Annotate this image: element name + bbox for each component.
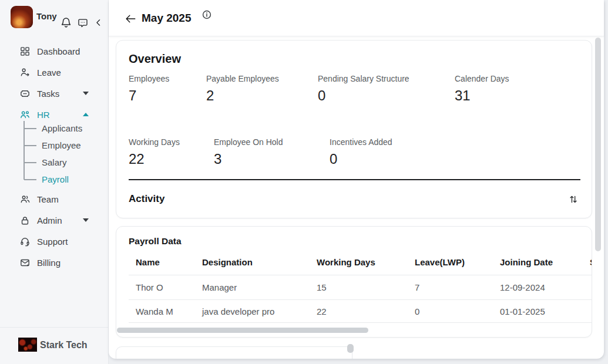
stat-value: 7: [129, 87, 169, 104]
payroll-card: Payroll Data Name Designation Working Da…: [116, 226, 592, 338]
cell-working-days: 22: [317, 306, 327, 316]
stat-value: 0: [330, 151, 392, 167]
sidebar-item-applicants[interactable]: Applicants: [42, 123, 82, 134]
sidebar-item-label: HR: [37, 110, 50, 120]
messages-chat-icon[interactable]: [77, 17, 89, 29]
overview-title: Overview: [129, 52, 181, 66]
column-header-name[interactable]: Name: [136, 257, 160, 267]
cell-leave: 0: [415, 306, 419, 316]
stat-label: Payable Employees: [206, 74, 279, 83]
column-header-designation[interactable]: Designation: [202, 257, 253, 267]
stat-payable-employees: Payable Employees 2: [206, 74, 279, 104]
support-headset-icon: [19, 236, 31, 247]
cell-name: Wanda M: [136, 306, 173, 316]
main-panel: May 2025 Overview Employees 7 Payable Em…: [109, 0, 604, 359]
stat-incentives-added: Incentives Added 0: [330, 137, 392, 167]
hr-subtree-stub: [24, 145, 36, 146]
cell-leave: 7: [415, 282, 419, 292]
brand-name: Stark Tech: [40, 340, 88, 350]
row-divider: [129, 275, 592, 275]
sidebar-item-employee[interactable]: Employee: [42, 140, 81, 151]
sidebar-item-label: Support: [37, 237, 68, 247]
info-icon[interactable]: [202, 10, 211, 19]
leave-person-icon: [19, 67, 31, 78]
stat-label: Employee On Hold: [214, 137, 283, 147]
cell-joining-date: 01-01-2025: [500, 306, 545, 316]
sidebar-item-hr[interactable]: HR: [0, 106, 109, 123]
page-title: May 2025: [142, 12, 192, 25]
stat-label: Pending Salary Structure: [318, 74, 409, 83]
column-header-clipped[interactable]: S: [590, 257, 592, 267]
sidebar-item-label: Team: [37, 194, 59, 204]
stat-pending-salary-structure: Pending Salary Structure 0: [318, 74, 409, 104]
scroll-content: Overview Employees 7 Payable Employees 2…: [109, 36, 604, 359]
stat-employee-on-hold: Employee On Hold 3: [214, 137, 283, 167]
sidebar-item-label: Leave: [37, 68, 61, 77]
sidebar-item-billing[interactable]: Billing: [0, 254, 109, 271]
notifications-bell-icon[interactable]: [60, 16, 72, 29]
sidebar-item-tasks[interactable]: Tasks: [0, 85, 109, 102]
stat-value: 0: [318, 87, 409, 104]
column-header-leave-lwp[interactable]: Leave(LWP): [415, 257, 465, 267]
user-profile[interactable]: Tony: [0, 5, 109, 30]
stat-value: 22: [129, 151, 180, 167]
admin-lock-icon: [19, 215, 31, 226]
hr-people-icon: [19, 109, 31, 120]
sidebar-item-payroll[interactable]: Payroll: [42, 174, 69, 186]
card-scrollbar-thumb[interactable]: [347, 344, 354, 353]
stat-label: Working Days: [129, 137, 180, 147]
vertical-scrollbar-thumb[interactable]: [595, 38, 601, 251]
sidebar-item-support[interactable]: Support: [0, 232, 109, 250]
column-header-working-days[interactable]: Working Days: [317, 257, 375, 267]
sidebar-item-label: Dashboard: [37, 46, 80, 56]
sidebar: Tony Dashboard Leave: [0, 0, 109, 364]
sidebar-item-leave[interactable]: Leave: [0, 63, 109, 81]
user-avatar[interactable]: [11, 6, 33, 28]
sidebar-item-admin[interactable]: Admin: [0, 211, 109, 229]
stat-value: 31: [455, 87, 509, 104]
brand-logo: [18, 338, 37, 352]
stat-label: Employees: [129, 74, 169, 83]
column-header-joining-date[interactable]: Joining Date: [500, 257, 553, 267]
overview-card: Overview Employees 7 Payable Employees 2…: [116, 40, 592, 218]
chevron-down-icon[interactable]: [83, 218, 89, 222]
sort-arrows-icon[interactable]: [568, 194, 579, 205]
chevron-down-icon[interactable]: [83, 92, 89, 95]
next-section-card: [116, 346, 352, 359]
collapse-sidebar-chevron-icon[interactable]: [93, 18, 103, 28]
cell-designation: Manager: [202, 282, 237, 292]
hr-subtree-stub: [24, 128, 36, 129]
stat-employees: Employees 7: [129, 74, 169, 104]
sidebar-item-team[interactable]: Team: [0, 190, 109, 208]
sidebar-item-label: Tasks: [37, 89, 59, 99]
hr-subtree-line: [23, 121, 25, 180]
sidebar-item-label: Billing: [37, 258, 61, 268]
row-divider: [129, 299, 592, 300]
sidebar-item-label: Admin: [37, 215, 62, 225]
sidebar-item-dashboard[interactable]: Dashboard: [0, 42, 109, 60]
cell-designation: java developer pro: [202, 306, 274, 316]
stat-label: Incentives Added: [330, 137, 392, 147]
hr-subtree-stub: [24, 179, 36, 180]
stat-calender-days: Calender Days 31: [455, 74, 509, 104]
back-arrow-icon[interactable]: [124, 12, 137, 25]
dashboard-grid-icon: [19, 46, 31, 57]
tasks-ticket-icon: [19, 88, 31, 99]
row-divider: [129, 322, 592, 323]
chevron-up-icon[interactable]: [83, 113, 89, 116]
horizontal-scrollbar-thumb[interactable]: [117, 328, 368, 333]
activity-title: Activity: [129, 193, 164, 205]
cell-name: Thor O: [136, 282, 163, 292]
section-divider: [129, 179, 580, 180]
team-people-icon: [19, 194, 31, 205]
stat-value: 3: [214, 151, 283, 167]
stat-working-days: Working Days 22: [129, 137, 180, 167]
stat-label: Calender Days: [455, 74, 509, 83]
cell-joining-date: 12-09-2024: [500, 282, 545, 292]
sidebar-item-salary[interactable]: Salary: [42, 157, 67, 168]
brand-footer: Stark Tech: [0, 327, 108, 364]
cell-working-days: 15: [317, 282, 327, 292]
billing-envelope-icon: [19, 257, 31, 268]
hr-subtree-stub: [24, 162, 36, 163]
payroll-title: Payroll Data: [129, 236, 182, 247]
